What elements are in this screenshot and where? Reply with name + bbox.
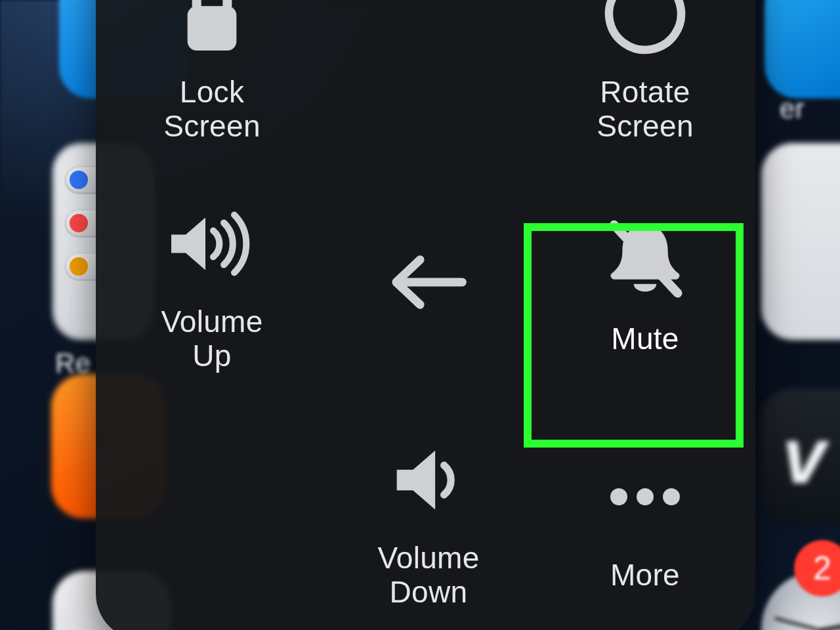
volume-down-button[interactable]: VolumeDown: [320, 404, 537, 630]
bell-mute-icon: [593, 208, 698, 313]
mute-button[interactable]: Mute: [537, 167, 753, 397]
badge-count: 2: [813, 549, 831, 587]
lock-screen-label: LockScreen: [163, 75, 261, 143]
bg-app-icon: [765, 0, 840, 98]
rotate-screen-button[interactable]: RotateScreen: [537, 0, 753, 167]
more-button[interactable]: More: [537, 404, 753, 630]
svg-rect-0: [188, 7, 237, 51]
more-icon: [593, 444, 698, 549]
volume-down-icon: [376, 427, 481, 532]
bg-app-label: er: [780, 93, 805, 125]
svg-point-3: [610, 488, 627, 505]
svg-point-4: [637, 488, 654, 505]
svg-point-5: [663, 488, 680, 505]
more-label: More: [610, 558, 680, 593]
volume-up-label: VolumeUp: [161, 305, 262, 373]
arrow-left-icon: [376, 230, 481, 335]
svg-point-1: [596, 0, 694, 63]
back-button[interactable]: [320, 167, 537, 397]
bg-app-icon: [761, 143, 840, 340]
mute-label: Mute: [611, 322, 679, 356]
volume-up-icon: [159, 191, 264, 296]
assistivetouch-grid: LockScreen RotateScreen: [96, 0, 755, 630]
lock-icon: [159, 0, 264, 66]
assistivetouch-device-panel: LockScreen RotateScreen: [96, 0, 755, 630]
bg-app-glyph: v: [782, 410, 826, 501]
volume-up-button[interactable]: VolumeUp: [104, 167, 320, 397]
volume-down-label: VolumeDown: [377, 541, 479, 609]
lock-screen-button[interactable]: LockScreen: [104, 0, 320, 167]
rotate-icon: [593, 0, 698, 66]
bg-app-label: Re: [55, 348, 91, 379]
rotate-screen-label: RotateScreen: [597, 75, 694, 143]
